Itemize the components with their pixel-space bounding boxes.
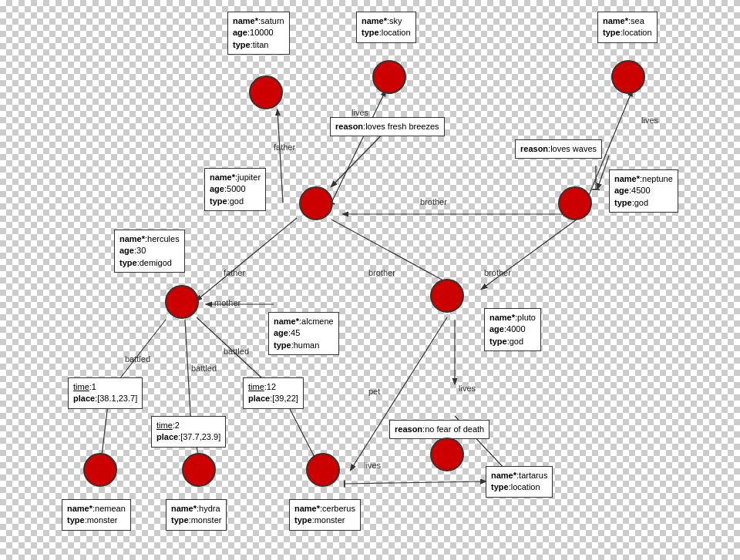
timebox-2: time:2place:[37.7,23.9] <box>151 416 226 448</box>
node-hydra-label: name*:hydratype:monster <box>171 504 221 525</box>
circle-hercules <box>165 285 199 319</box>
circle-nemean <box>83 453 117 487</box>
node-nemean: name*:nemeantype:monster <box>62 499 131 531</box>
circle-tartarus <box>430 438 464 471</box>
svg-line-9 <box>482 220 577 289</box>
edge-label-father1: father <box>274 143 295 152</box>
node-alcmene: name*:alcmeneage:45type:human <box>268 312 339 355</box>
circle-saturn <box>249 75 283 109</box>
node-sky-label: name*:skytype:location <box>362 16 411 37</box>
timebox-1-label: time:1place:[38.1,23.7] <box>73 382 137 403</box>
svg-line-8 <box>331 220 459 289</box>
circle-pluto <box>430 279 464 313</box>
edge-label-lives4: lives <box>364 461 381 470</box>
circle-hydra <box>182 453 216 487</box>
edge-label-brother3: brother <box>484 268 511 277</box>
node-jupiter: name*:jupiterage:5000type:god <box>204 168 266 211</box>
timebox-3-label: time:12place:[39,22] <box>248 382 298 403</box>
node-reason-no-fear: reason:no fear of death <box>389 420 489 439</box>
node-nemean-label: name*:nemeantype:monster <box>67 504 126 525</box>
node-neptune-label: name*:neptuneage:4500type:god <box>614 174 673 207</box>
reason-loves-waves-label: reason:loves waves <box>520 144 597 153</box>
timebox-3: time:12place:[39,22] <box>243 377 304 409</box>
node-pluto: name*:plutoage:4000type:god <box>484 308 541 351</box>
circle-sky <box>372 60 406 94</box>
svg-line-6 <box>197 218 297 300</box>
node-hydra: name*:hydratype:monster <box>166 499 227 531</box>
edge-label-lives1: lives <box>352 108 368 117</box>
edge-label-mother: mother <box>214 298 240 307</box>
circle-jupiter <box>299 186 333 220</box>
circle-sea <box>611 60 645 94</box>
circle-cerberus <box>306 453 340 487</box>
node-cerberus-label: name*:cerberustype:monster <box>294 504 355 525</box>
timebox-2-label: time:2place:[37.7,23.9] <box>156 421 220 441</box>
edge-label-battled2: battled <box>191 364 217 373</box>
circle-neptune <box>558 186 592 220</box>
node-saturn-label: name*:saturnage:10000type:titan <box>233 16 284 49</box>
node-pluto-label: name*:plutoage:4000type:god <box>489 313 536 346</box>
node-saturn: name*:saturnage:10000type:titan <box>227 12 290 55</box>
edge-label-lives2: lives <box>641 116 658 125</box>
node-sea: name*:seatype:location <box>597 12 658 43</box>
svg-line-12 <box>185 320 191 428</box>
node-hercules-label: name*:herculesage:30type:demigod <box>119 234 180 267</box>
svg-line-18 <box>345 481 486 484</box>
edge-label-pet: pet <box>368 387 380 396</box>
reason-no-fear-label: reason:no fear of death <box>395 424 484 434</box>
node-cerberus: name*:cerberustype:monster <box>289 499 361 531</box>
node-alcmene-label: name*:alcmeneage:45type:human <box>274 317 334 350</box>
node-tartarus-label: name*:tartarustype:location <box>491 471 547 491</box>
node-jupiter-label: name*:jupiterage:5000type:god <box>210 173 261 206</box>
node-hercules: name*:herculesage:30type:demigod <box>114 230 185 273</box>
edge-label-lives3: lives <box>459 384 476 393</box>
node-tartarus: name*:tartarustype:location <box>486 466 553 498</box>
node-sky: name*:skytype:location <box>356 12 416 43</box>
svg-line-21 <box>597 156 609 189</box>
node-reason-loves-fresh: reason:loves fresh breezes <box>330 117 445 136</box>
edge-label-brother1: brother <box>420 197 447 206</box>
edge-label-brother2: brother <box>368 268 395 277</box>
edge-label-battled3: battled <box>224 347 249 356</box>
svg-line-1 <box>278 110 283 203</box>
edge-label-battled1: battled <box>125 354 150 364</box>
edge-label-father2: father <box>224 268 245 277</box>
timebox-1: time:1place:[38.1,23.7] <box>68 377 143 409</box>
node-sea-label: name*:seatype:location <box>603 16 652 37</box>
node-neptune: name*:neptuneage:4500type:god <box>609 169 678 213</box>
reason-loves-fresh-label: reason:loves fresh breezes <box>335 122 439 131</box>
node-reason-loves-waves: reason:loves waves <box>515 139 602 159</box>
